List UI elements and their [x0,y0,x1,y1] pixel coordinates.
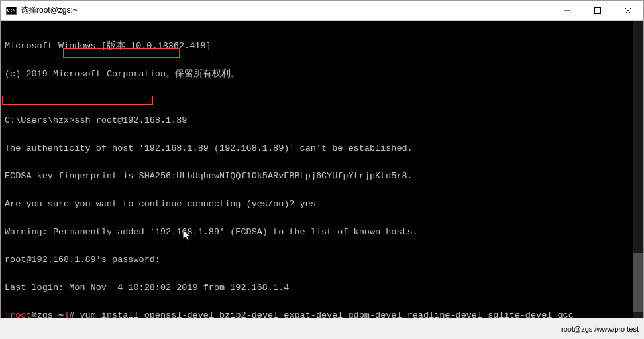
prompt-bracket: [ [5,310,10,318]
svg-rect-1 [595,8,601,14]
terminal-area[interactable]: Microsoft Windows [版本 10.0.18362.418] (c… [1,21,643,318]
terminal-line: C:\Users\hzx>ssh root@192.168.1.89 [5,116,639,125]
scroll-thumb[interactable] [633,253,643,312]
window-controls [552,1,643,21]
prompt-host: zgs [37,310,58,318]
prompt-hash: # [69,310,80,318]
terminal-line: (c) 2019 Microsoft Corporation。保留所有权利。 [5,70,639,79]
titlebar[interactable]: C:\ 选择root@zgs:~ [1,1,643,21]
maximize-button[interactable] [582,1,613,21]
close-button[interactable] [613,1,643,21]
prompt-command: yum install openssl-devel bzip2-devel ex… [80,310,573,318]
scrollbar[interactable] [633,21,643,318]
prompt-path: ~ [58,310,64,318]
terminal-line: Warning: Permanently added '192.168.1.89… [5,228,639,237]
app-icon: C:\ [6,7,17,15]
window-title: 选择root@zgs:~ [21,5,78,16]
terminal-line: Are you sure you want to continue connec… [5,200,639,209]
terminal-line: Microsoft Windows [版本 10.0.18362.418] [5,42,639,51]
prompt-user: root [10,310,31,318]
terminal-window: C:\ 选择root@zgs:~ Microsoft Windows [版本 1… [0,0,644,318]
terminal-line: root@192.168.1.89's password: [5,255,639,265]
terminal-line: The authenticity of host '192.168.1.89 (… [5,144,639,153]
status-bar: root@zgs /www/pro test [0,319,644,339]
highlight-password-prompt [2,96,153,105]
terminal-line: ECDSA key fingerprint is SHA256:ULbUqbew… [5,172,639,181]
status-right-text: root@zgs /www/pro test [561,325,639,333]
terminal-prompt-line: [root@zgs ~]# yum install openssl-devel … [5,311,639,318]
prompt-at: @ [32,310,37,318]
minimize-button[interactable] [552,1,582,21]
terminal-line: Last login: Mon Nov 4 10:28:02 2019 from… [5,283,639,293]
